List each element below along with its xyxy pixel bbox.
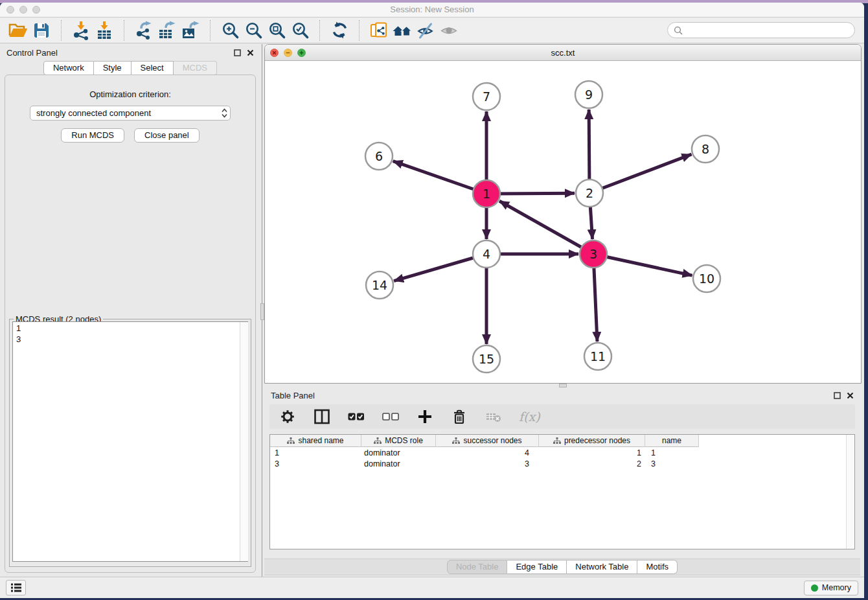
table-cell[interactable]: 3 <box>645 458 699 469</box>
refresh-icon <box>330 21 349 40</box>
control-panel-header: Control Panel <box>0 44 260 61</box>
import-table-button[interactable] <box>93 19 116 41</box>
graph-edge-2-8[interactable] <box>589 154 691 193</box>
graph-node-label-6: 6 <box>375 149 383 163</box>
minimize-view-button[interactable] <box>284 49 292 57</box>
float-panel-icon[interactable] <box>834 392 841 399</box>
table-cell[interactable]: 2 <box>539 458 645 469</box>
show-all-button[interactable] <box>437 19 461 41</box>
table-row[interactable]: 3dominator323 <box>270 458 854 469</box>
run-mcds-button[interactable]: Run MCDS <box>61 128 124 143</box>
save-session-button[interactable] <box>30 19 53 41</box>
select-all-button[interactable] <box>347 408 365 426</box>
zoom-selected-button[interactable] <box>288 19 312 41</box>
tab-node-table[interactable]: Node Table <box>447 560 508 574</box>
tab-edge-table[interactable]: Edge Table <box>507 560 567 574</box>
open-session-button[interactable] <box>6 19 30 41</box>
close-window-button[interactable] <box>6 6 14 14</box>
table-tabs-strip: Node TableEdge TableNetwork TableMotifs <box>264 559 860 575</box>
close-panel-button[interactable]: Close panel <box>134 128 200 143</box>
import-network-button[interactable] <box>69 19 93 41</box>
export-image-button[interactable] <box>179 19 202 41</box>
memory-button[interactable]: Memory <box>804 581 858 595</box>
add-column-button[interactable] <box>416 408 434 426</box>
graph-edges <box>393 110 692 344</box>
table-cell[interactable]: 3 <box>270 458 361 469</box>
table-scrollbar[interactable] <box>846 435 854 549</box>
apply-layout-button[interactable] <box>328 19 351 41</box>
tab-motifs[interactable]: Motifs <box>637 560 678 574</box>
table-cell[interactable]: dominator <box>361 458 436 469</box>
close-panel-icon[interactable] <box>847 392 854 399</box>
result-scrollbar[interactable] <box>240 322 248 561</box>
column-header-predecessor-nodes[interactable]: predecessor nodes <box>539 435 645 447</box>
graph-edge-3-10[interactable] <box>593 254 692 275</box>
mcds-result-text[interactable]: 13 <box>12 321 248 562</box>
clone-network-icon <box>369 21 389 40</box>
tab-mcds[interactable]: MCDS <box>174 61 217 75</box>
graph-node-label-9: 9 <box>585 87 593 102</box>
memory-status-dot <box>811 584 818 592</box>
export-table-button[interactable] <box>155 19 179 41</box>
mcds-result-group: MCDS result (2 nodes) 13 <box>9 319 251 567</box>
graph-edge-4-14[interactable] <box>394 254 486 281</box>
network-view-title: scc.txt <box>265 45 861 61</box>
criterion-select[interactable]: strongly connected component <box>30 106 231 121</box>
column-label: successor nodes <box>463 436 521 445</box>
tab-network[interactable]: Network <box>43 61 94 75</box>
tab-select[interactable]: Select <box>131 61 174 75</box>
minimize-window-button[interactable] <box>19 6 27 14</box>
column-label: predecessor nodes <box>564 436 630 445</box>
search-input[interactable] <box>686 25 849 36</box>
clone-network-button[interactable] <box>367 19 391 41</box>
export-image-icon <box>181 21 200 40</box>
tab-network-table[interactable]: Network Table <box>567 560 637 574</box>
criterion-value: strongly connected component <box>36 108 222 118</box>
mcds-panel: Optimization criterion: strongly connect… <box>5 75 256 573</box>
unchecked-boxes-icon <box>382 408 399 425</box>
table-cell[interactable]: dominator <box>361 447 436 458</box>
network-canvas[interactable]: 7968124314101511 <box>265 61 861 383</box>
result-line: 1 <box>16 323 244 334</box>
column-label: name <box>662 436 681 445</box>
network-view-window: scc.txt 7968124314101511 <box>264 44 862 384</box>
split-columns-icon <box>314 408 330 425</box>
column-header-name[interactable]: name <box>645 435 699 447</box>
maximize-view-button[interactable] <box>297 49 306 57</box>
table-row[interactable]: 1dominator411 <box>270 447 854 458</box>
split-table-button[interactable] <box>313 408 331 426</box>
export-network-button[interactable] <box>132 19 155 41</box>
table-cell[interactable]: 1 <box>645 447 699 458</box>
table-cell[interactable]: 3 <box>436 458 539 469</box>
table-cell[interactable]: 4 <box>436 447 539 458</box>
table-cell[interactable]: 1 <box>539 447 645 458</box>
float-panel-icon[interactable] <box>234 49 241 56</box>
hide-selected-button[interactable] <box>414 19 437 41</box>
attribute-tree-icon <box>452 437 460 444</box>
close-panel-icon[interactable] <box>247 49 254 56</box>
column-header-mcds-role[interactable]: MCDS role <box>361 435 436 447</box>
first-neighbors-button[interactable] <box>391 19 414 41</box>
deselect-all-button[interactable] <box>382 408 400 426</box>
table-panel-title: Table Panel <box>271 391 315 400</box>
graph-edge-1-6[interactable] <box>393 161 486 194</box>
column-header-successor-nodes[interactable]: successor nodes <box>436 435 539 447</box>
maximize-window-button[interactable] <box>32 6 40 14</box>
delete-table-button[interactable] <box>485 408 503 426</box>
task-history-button[interactable] <box>6 580 26 595</box>
delete-column-button[interactable] <box>450 408 468 426</box>
table-cell[interactable]: 1 <box>270 447 361 458</box>
tab-style[interactable]: Style <box>94 61 131 75</box>
apply-function-button[interactable]: f(x) <box>519 410 540 424</box>
close-view-button[interactable] <box>270 49 279 57</box>
zoom-fit-button[interactable] <box>265 19 288 41</box>
zoom-out-button[interactable] <box>242 19 265 41</box>
graph-node-label-11: 11 <box>590 349 606 363</box>
column-header-shared-name[interactable]: shared name <box>270 435 361 447</box>
zoom-fit-icon <box>268 21 286 40</box>
column-label: MCDS role <box>385 436 423 445</box>
table-settings-button[interactable] <box>279 408 297 426</box>
graph-edge-3-1[interactable] <box>499 201 593 254</box>
zoom-in-button[interactable] <box>218 19 242 41</box>
toolbar-separator <box>359 20 360 41</box>
